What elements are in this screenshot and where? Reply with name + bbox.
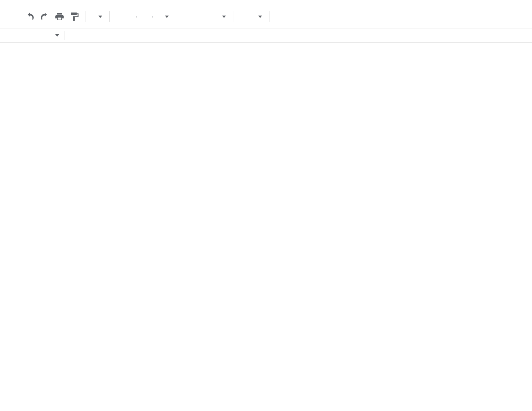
font-name-dropdown[interactable] <box>180 16 229 18</box>
caret-down-icon <box>165 16 169 18</box>
undo-icon <box>25 12 35 22</box>
redo-button[interactable] <box>37 10 52 24</box>
print-icon <box>54 12 65 22</box>
toolbar: ← → <box>0 5 532 28</box>
redo-icon <box>40 12 50 22</box>
caret-down-icon <box>55 34 59 37</box>
formula-bar <box>0 28 532 43</box>
undo-button[interactable] <box>23 10 37 24</box>
font-size-dropdown[interactable] <box>237 16 265 18</box>
paint-format-icon <box>69 12 79 22</box>
zoom-dropdown[interactable] <box>90 16 105 18</box>
menu-bar <box>0 0 532 5</box>
caret-down-icon <box>98 16 102 18</box>
increase-decimal-button[interactable]: → <box>149 15 154 19</box>
print-button[interactable] <box>52 10 67 24</box>
caret-down-icon <box>258 16 262 18</box>
more-formats-button[interactable] <box>163 16 169 18</box>
paint-format-button[interactable] <box>67 10 82 24</box>
decrease-decimal-button[interactable]: ← <box>135 15 140 19</box>
name-box[interactable] <box>0 28 65 42</box>
caret-down-icon <box>222 16 226 18</box>
